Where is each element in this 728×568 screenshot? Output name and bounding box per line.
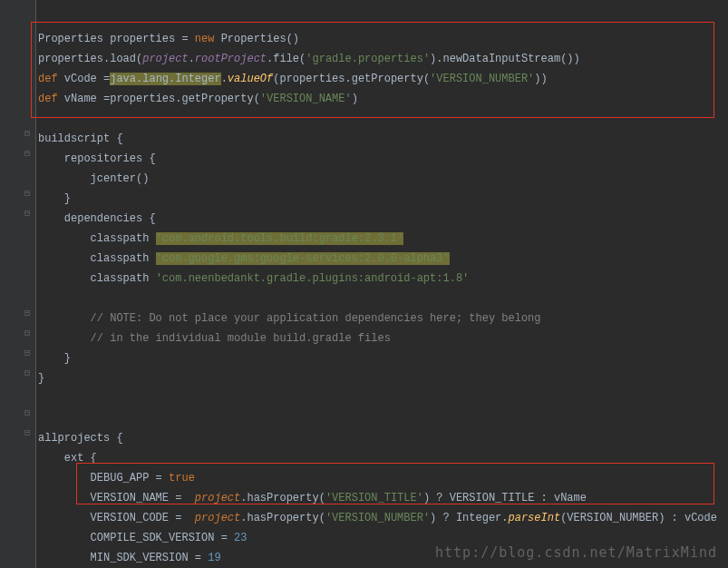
code-text: MIN_SDK_VERSION = — [38, 552, 208, 564]
code-text: jcenter() — [38, 172, 149, 185]
code-text: (properties.getProperty( — [273, 73, 430, 85]
code-text: } — [38, 352, 71, 365]
fold-icon[interactable]: ⊟ — [24, 309, 34, 318]
method: parseInt — [509, 512, 561, 524]
code-text: classpath — [38, 272, 156, 285]
code-text: ).newDataInputStream()) — [430, 53, 580, 65]
fold-icon[interactable]: ⊟ — [24, 210, 34, 219]
ident: rootProject — [195, 53, 267, 65]
ident: project — [195, 492, 240, 504]
fold-icon[interactable]: ⊟ — [24, 369, 34, 378]
fold-icon[interactable]: ⊟ — [24, 349, 34, 358]
keyword: def — [38, 73, 58, 85]
code-text: (VERSION_NUMBER) : vCode — [560, 512, 717, 524]
code-text: DEBUG_APP = — [38, 472, 169, 485]
code-text: . — [221, 73, 228, 85]
string: 'com.neenbedankt.gradle.plugins:android-… — [156, 272, 470, 285]
code-text: ) ? Integer. — [430, 512, 508, 524]
code-text: . — [189, 53, 195, 65]
code-text: .hasProperty( — [240, 492, 325, 504]
fold-icon[interactable]: ⊟ — [24, 130, 34, 139]
ident: project — [195, 512, 240, 524]
number: 19 — [208, 552, 220, 564]
code-text: Properties() — [214, 33, 299, 45]
code-text: classpath — [38, 232, 156, 245]
code-text: classpath — [38, 252, 156, 265]
code-text: } — [38, 372, 44, 385]
fold-icon[interactable]: ⊟ — [24, 429, 34, 438]
code-editor[interactable]: Properties properties = new Properties()… — [38, 0, 717, 568]
code-text: VERSION_NAME = — [38, 492, 195, 504]
string-highlighted: 'com.google.gms:google-services:2.0.0-al… — [156, 252, 450, 265]
fold-icon[interactable]: ⊟ — [24, 329, 34, 338]
number: 23 — [234, 532, 247, 544]
code-text: vName =properties.getProperty( — [58, 93, 260, 105]
code-text: .file( — [267, 53, 306, 65]
comment: // in the individual module build.gradle… — [38, 332, 391, 345]
code-text: COMPILE_SDK_VERSION = — [38, 532, 234, 544]
string: 'VERSION_NUMBER' — [430, 73, 534, 85]
code-text: ext { — [38, 452, 97, 465]
string: 'VERSION_NUMBER' — [325, 512, 430, 524]
code-text: } — [38, 192, 71, 205]
string: 'VERSION_NAME' — [260, 93, 352, 105]
code-text: ) ? VERSION_TITLE : vName — [423, 492, 587, 504]
code-text: repositories { — [38, 152, 156, 165]
string-highlighted: 'com.android.tools.build:gradle:2.3.1' — [156, 232, 404, 245]
code-text: vCode = — [58, 73, 111, 85]
code-text: ) — [352, 93, 358, 105]
keyword: true — [169, 472, 195, 485]
keyword: def — [38, 93, 58, 105]
watermark: http://blog.csdn.net/MatrixMind — [435, 544, 717, 561]
string: 'VERSION_TITLE' — [325, 492, 423, 504]
code-text: properties.load( — [38, 53, 142, 65]
comment: // NOTE: Do not place your application d… — [38, 312, 541, 325]
gutter: ⊟ ⊟ ⊟ ⊟ ⊟ ⊟ ⊟ ⊟ ⊟ ⊟ — [0, 0, 36, 568]
highlighted: java.lang.Integer — [110, 73, 220, 85]
code-text: allprojects { — [38, 432, 123, 445]
keyword: new — [195, 33, 215, 45]
ident: project — [142, 53, 188, 65]
fold-icon[interactable]: ⊟ — [24, 150, 34, 159]
fold-icon[interactable]: ⊟ — [24, 190, 34, 199]
code-text: )) — [534, 73, 547, 85]
code-text: buildscript { — [38, 132, 123, 145]
string: 'gradle.properties' — [306, 53, 430, 65]
fold-icon[interactable]: ⊟ — [24, 409, 34, 418]
code-text: VERSION_CODE = — [38, 512, 195, 524]
code-text: .hasProperty( — [240, 512, 325, 524]
method: valueOf — [228, 73, 273, 85]
code-text: dependencies { — [38, 212, 156, 225]
code-text: Properties properties = — [38, 33, 195, 45]
